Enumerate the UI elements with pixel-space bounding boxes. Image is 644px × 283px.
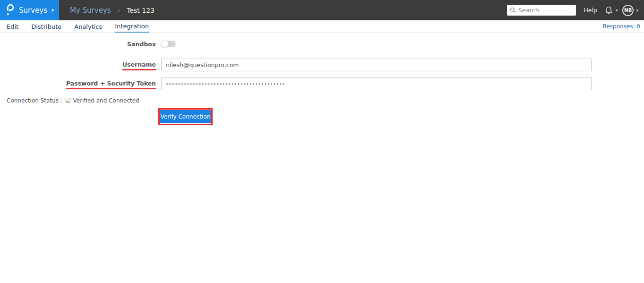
sandbox-toggle[interactable] [161,41,176,47]
sandbox-label: Sandbox [127,41,156,48]
responses-count[interactable]: Responses: 0 [603,23,644,30]
username-input[interactable] [161,59,592,71]
avatar[interactable]: NB [622,5,634,16]
search-icon [510,7,516,13]
questionpro-logo-icon [6,4,14,17]
notifications-button[interactable]: ▾ [604,6,623,15]
connection-status-label: Connection Status : [7,97,62,104]
username-label: Username [122,61,156,70]
account-caret-icon[interactable]: ▾ [636,8,638,13]
password-input[interactable] [161,77,592,90]
sandbox-toggle-knob [161,40,169,48]
topbar: Surveys ▾ My Surveys › Test 123 Help [0,0,644,20]
tab-distribute[interactable]: Distribute [31,20,61,33]
topbar-right: Help ▾ NB ▾ [507,5,644,16]
sandbox-row: Sandbox [0,39,644,48]
verify-connection-button[interactable]: Verify Connection [160,110,211,123]
connection-status: Connection Status : ☑ Verified and Conne… [0,97,644,104]
integration-form: Sandbox Username Password + Security Tok… [0,33,644,125]
tab-integration[interactable]: Integration [115,20,149,33]
product-caret-icon: ▾ [52,8,54,13]
notifications-caret-icon: ▾ [616,8,618,13]
tab-analytics[interactable]: Analytics [74,20,102,33]
checked-checkbox-icon: ☑ [65,97,71,104]
product-label: Surveys [19,6,47,15]
breadcrumb-my-surveys[interactable]: My Surveys [70,6,111,15]
product-switcher[interactable]: Surveys ▾ [0,0,59,20]
breadcrumb-current-survey: Test 123 [127,7,155,14]
breadcrumb: My Surveys › Test 123 [70,6,155,15]
password-label: Password + Security Token [66,80,156,89]
breadcrumb-separator-icon: › [118,7,120,14]
dashed-divider [0,107,644,107]
help-link[interactable]: Help [584,7,597,14]
red-annotation-highlight: Verify Connection [158,108,213,125]
verify-button-row: Verify Connection [0,108,644,125]
tab-edit[interactable]: Edit [7,20,18,33]
search-box[interactable] [507,5,576,16]
connection-status-value: Verified and Connected [73,97,139,104]
search-input[interactable] [518,7,573,14]
username-row: Username [0,59,644,71]
bell-icon [604,6,613,15]
survey-subnav: Edit Distribute Analytics Integration Re… [0,20,644,33]
password-row: Password + Security Token [0,77,644,90]
